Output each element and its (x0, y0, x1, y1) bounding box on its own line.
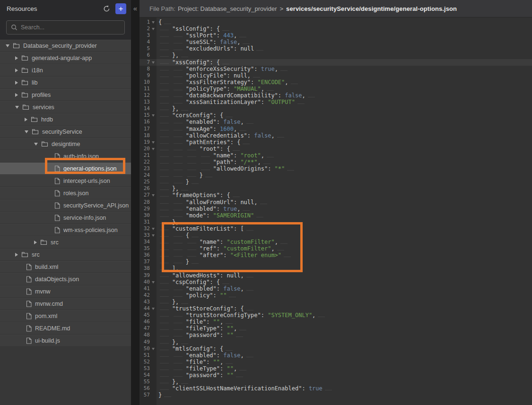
tree-file-general-options.json[interactable]: general-options.json (0, 163, 131, 175)
fold-gutter (150, 379, 157, 385)
tree-file-auth-info.json[interactable]: auth-info.json (0, 150, 131, 163)
tree-folder-lib[interactable]: lib (0, 77, 131, 89)
fold-arrow-icon[interactable] (152, 28, 155, 30)
code-line-52: 52"file": "", (140, 359, 532, 365)
collapse-arrow-icon[interactable] (25, 130, 28, 133)
expand-arrow-icon[interactable] (15, 69, 18, 72)
tree-file-dataObjects.json[interactable]: dataObjects.json (0, 273, 131, 285)
fold-arrow-icon[interactable] (152, 114, 155, 117)
refresh-icon[interactable] (101, 3, 112, 14)
tree-file-README.md[interactable]: README.md (0, 322, 131, 335)
expand-arrow-icon[interactable] (15, 81, 18, 85)
code-line-24: 24} (140, 172, 532, 179)
fold-gutter (150, 126, 157, 132)
code-editor[interactable]: 1{2"sslConfig": {3"sslPort": 443,4"useSS… (140, 17, 532, 405)
expand-arrow-icon[interactable] (15, 56, 18, 60)
search-input[interactable] (17, 24, 124, 31)
tab-indent (172, 100, 186, 105)
code-text: "mtlsConfig": { (157, 345, 233, 352)
collapse-arrow-icon[interactable] (15, 106, 19, 109)
tree-file-mvnw[interactable]: mvnw (0, 285, 131, 298)
tab-indent (158, 73, 172, 79)
line-number: 34 (140, 239, 150, 245)
fold-arrow-icon[interactable] (152, 141, 155, 144)
fold-arrow-icon[interactable] (152, 281, 155, 284)
search-icon (11, 24, 17, 31)
line-number: 17 (140, 126, 150, 132)
tree-folder-Database_security_provider[interactable]: Database_security_provider (0, 40, 131, 52)
tree-item-label: profiles (32, 92, 51, 98)
collapse-panel-icon[interactable]: « (131, 4, 140, 12)
line-number: 31 (140, 219, 150, 225)
add-resource-button[interactable]: + (115, 3, 126, 14)
code-text: } (157, 172, 212, 179)
expand-arrow-icon[interactable] (25, 118, 27, 121)
fold-arrow-icon[interactable] (152, 228, 155, 230)
code-text: "name": "root", (157, 152, 274, 159)
folder-icon (32, 129, 39, 135)
search-box[interactable] (6, 20, 125, 34)
fold-arrow-icon[interactable] (152, 308, 155, 310)
tree-item-label: dataObjects.json (35, 276, 79, 283)
fold-arrow-icon[interactable] (152, 194, 155, 197)
tree-file-intercept-urls.json[interactable]: intercept-urls.json (0, 175, 131, 187)
line-number: 4 (140, 39, 150, 45)
code-line-40: 40"cspConfig": { (140, 279, 532, 285)
line-number: 57 (140, 392, 150, 398)
tree-file-roles.json[interactable]: roles.json (0, 187, 131, 199)
line-number: 43 (140, 299, 150, 305)
tree-folder-services[interactable]: services (0, 101, 131, 113)
code-text: "allowedHosts": null, (157, 272, 253, 279)
tree-item-label: securityService_API.json (63, 202, 129, 209)
fold-arrow-icon[interactable] (152, 61, 155, 64)
tab-indent (158, 313, 172, 319)
code-line-20: 20"root": { (140, 146, 532, 152)
file-icon (54, 190, 60, 197)
fold-arrow-icon[interactable] (152, 21, 155, 24)
tree-file-ui-build.js[interactable]: ui-build.js (0, 335, 131, 347)
tree-file-pom.xml[interactable]: pom.xml (0, 310, 131, 322)
tree-folder-generated-angular-app[interactable]: generated-angular-app (0, 52, 131, 64)
tree-folder-hrdb[interactable]: hrdb (0, 113, 131, 126)
fold-arrow-icon[interactable] (152, 348, 155, 350)
code-line-29: 29"enabled": true, (140, 206, 532, 212)
tab-indent (158, 180, 172, 185)
tree-folder-profiles[interactable]: profiles (0, 89, 131, 101)
line-number: 40 (140, 279, 150, 285)
fold-arrow-icon[interactable] (152, 148, 155, 150)
code-line-13: 13"xssSanitizationLayer": "OUTPUT" (140, 99, 532, 105)
code-line-17: 17"maxAge": 1600, (140, 126, 532, 132)
panel-splitter[interactable]: « (131, 0, 140, 405)
fold-arrow-icon[interactable] (152, 234, 155, 237)
tree-file-mvnw.cmd[interactable]: mvnw.cmd (0, 298, 131, 310)
expand-arrow-icon[interactable] (34, 241, 37, 244)
code-text: "cspConfig": { (157, 279, 229, 285)
fold-gutter (150, 19, 157, 26)
file-icon (26, 325, 32, 332)
code-text: "name": "customFilter", (157, 239, 288, 245)
code-line-36: 36"after": "<Filter enum>" (140, 252, 532, 259)
tree-folder-src[interactable]: src (0, 236, 131, 249)
collapse-arrow-icon[interactable] (6, 44, 9, 47)
tab-indent (158, 319, 172, 325)
tree-folder-src[interactable]: src (0, 249, 131, 261)
expand-arrow-icon[interactable] (15, 253, 18, 257)
expand-arrow-icon[interactable] (15, 93, 18, 97)
code-line-53: 53"fileType": "", (140, 365, 532, 372)
tree-file-build.xml[interactable]: build.xml (0, 261, 131, 273)
fold-gutter (150, 152, 157, 159)
tree-folder-i18n[interactable]: i18n (0, 64, 131, 77)
tree-folder-designtime[interactable]: designtime (0, 138, 131, 150)
tab-indent (172, 207, 186, 212)
tree-file-service-info.json[interactable]: service-info.json (0, 212, 131, 224)
tree-folder-securityService[interactable]: securityService (0, 126, 131, 138)
tree-file-wm-xss-policies.json[interactable]: wm-xss-policies.json (0, 224, 131, 236)
fold-gutter (150, 32, 157, 39)
code-text: "after": "<Filter enum>" (157, 252, 291, 259)
collapse-arrow-icon[interactable] (34, 143, 38, 146)
code-text: } (157, 179, 199, 185)
line-number: 30 (140, 212, 150, 219)
file-icon (54, 202, 60, 209)
tree-file-securityService_API.json[interactable]: securityService_API.json (0, 199, 131, 212)
code-text: "policyFile": null, (157, 72, 260, 79)
